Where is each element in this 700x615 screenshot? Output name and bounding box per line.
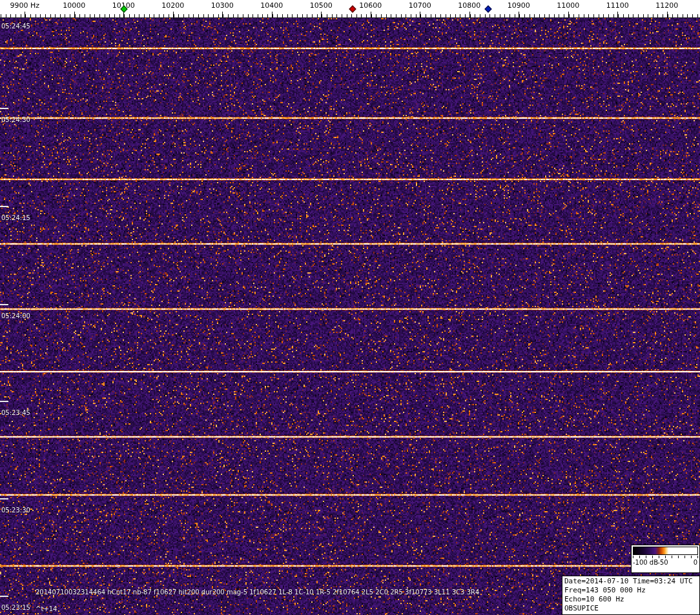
ruler-tick-label: 11200	[655, 1, 678, 10]
ruler-major-tick	[25, 12, 25, 17]
ruler-major-tick	[371, 12, 371, 17]
info-station-name: OBSUPICE	[564, 604, 697, 613]
info-echo-frequency: Echo=10 600 Hz	[564, 595, 697, 604]
ruler-tick-label: 9900 Hz	[10, 1, 39, 10]
color-scale-legend: -100 dB -50 0	[631, 545, 700, 573]
ruler-major-tick	[222, 12, 223, 17]
ruler-major-tick	[469, 12, 470, 17]
ruler-tick-label: 10300	[211, 1, 234, 10]
spectrogram-canvas[interactable]	[0, 18, 700, 615]
ruler-tick-label: 11000	[557, 1, 579, 10]
ruler-tick-label: 11100	[606, 1, 629, 10]
ruler-major-tick	[519, 12, 519, 17]
spectrogram-app: 9900 Hz100001010010200103001040010500106…	[0, 0, 700, 615]
frequency-ruler[interactable]: 9900 Hz100001010010200103001040010500106…	[0, 0, 700, 18]
ruler-tick-label: 10700	[409, 1, 431, 10]
ruler-tick-label: 10000	[63, 1, 85, 10]
ruler-tick-label: 10600	[359, 1, 382, 10]
ruler-major-tick	[74, 12, 75, 17]
ruler-tick-label: 10200	[161, 1, 184, 10]
ruler-major-tick	[667, 12, 668, 17]
marker-blue-diamond-icon[interactable]	[484, 5, 491, 12]
legend-label-max: 0	[694, 559, 697, 566]
ruler-major-tick	[173, 12, 174, 17]
ruler-major-tick	[617, 12, 618, 17]
ruler-tick-label: 10800	[458, 1, 480, 10]
marker-red-diamond-icon[interactable]	[349, 5, 356, 12]
ruler-major-tick	[321, 12, 322, 17]
ruler-tick-label: 10400	[260, 1, 283, 10]
observation-info-box: Date=2014-07-10 Time=03:24 UTC Freq=143 …	[562, 576, 700, 615]
info-date-time: Date=2014-07-10 Time=03:24 UTC	[564, 577, 697, 586]
ruler-minor-ticks	[1, 14, 700, 17]
color-gradient-bar	[633, 547, 698, 555]
ruler-major-tick	[568, 12, 569, 17]
legend-label-min: -100 dB	[633, 559, 658, 566]
ruler-tick-label: 10900	[508, 1, 530, 10]
ruler-major-tick	[420, 12, 420, 17]
ruler-major-tick	[272, 12, 273, 17]
legend-label-mid: -50	[657, 559, 668, 566]
legend-labels: -100 dB -50 0	[633, 558, 698, 567]
ruler-tick-label: 10500	[310, 1, 333, 10]
info-frequency: Freq=143 050 000 Hz	[564, 586, 697, 595]
